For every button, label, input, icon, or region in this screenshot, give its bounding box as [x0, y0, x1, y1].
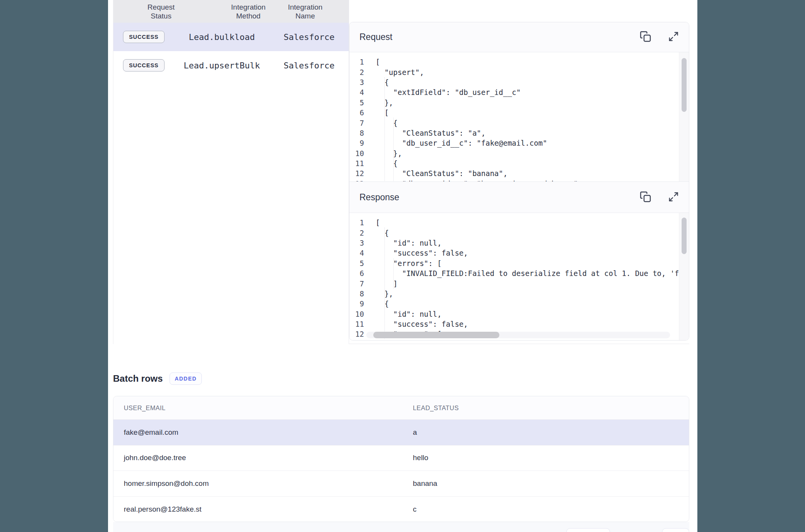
line-text: "INVALID_FIELD:Failed to deserialize fie…: [369, 269, 679, 278]
line-text: "upsert",: [369, 68, 424, 76]
line-number: 11: [349, 159, 369, 168]
code-line: 5 "errors": [: [349, 258, 689, 268]
left-backdrop: [0, 0, 108, 532]
code-line: 4 "success": false,: [349, 248, 689, 258]
horizontal-scrollbar-track: [366, 332, 670, 338]
request-panel-header: Request: [349, 22, 689, 52]
expand-response-button[interactable]: [668, 191, 679, 203]
batch-rows-table: USER_EMAIL LEAD_STATUS fake@email.com a …: [113, 396, 689, 522]
log-table-header: Request Status Integration Method Integr…: [113, 0, 349, 23]
log-table-row[interactable]: SUCCESS Lead.bulkload Salesforce: [113, 23, 349, 51]
line-number: 6: [349, 269, 369, 278]
response-panel-header: Response: [349, 181, 689, 213]
line-number: 2: [349, 229, 369, 237]
line-text: "success": false,: [369, 320, 468, 328]
code-line: 8 "CleanStatus": "a",: [349, 128, 689, 138]
line-text: "errors": [: [369, 259, 442, 268]
lead-status-cell: a: [403, 428, 689, 437]
request-code-viewer[interactable]: 1 [ 2 "upsert", 3 { 4: [349, 52, 689, 181]
horizontal-scrollbar[interactable]: [373, 332, 499, 338]
batch-rows-header: Batch rows ADDED: [113, 370, 202, 387]
code-line: 10 },: [349, 148, 689, 158]
line-number: 4: [349, 88, 369, 96]
request-status-cell: SUCCESS: [113, 31, 174, 43]
batch-table-row[interactable]: fake@email.com a: [113, 420, 689, 446]
lead-status-cell: hello: [403, 454, 689, 462]
copy-request-button[interactable]: [640, 31, 651, 43]
code-line: 8 },: [349, 289, 689, 299]
code-line: 13 "db_user_id__c": "homer.simpson@doh.c…: [349, 179, 689, 181]
pagination-next-button[interactable]: [662, 528, 689, 532]
line-number: 6: [349, 108, 369, 117]
line-number: 5: [349, 259, 369, 268]
log-column-header: Request Status: [113, 0, 209, 23]
line-text: "CleanStatus": "a",: [369, 129, 486, 137]
code-line: 13: [349, 339, 689, 341]
batch-column-header: LEAD_STATUS: [403, 404, 689, 412]
integration-name-cell: Salesforce: [269, 32, 349, 42]
line-text: },: [369, 149, 402, 158]
copy-response-button[interactable]: [640, 191, 651, 204]
code-line: 10 "id": null,: [349, 309, 689, 319]
batch-column-header: USER_EMAIL: [113, 404, 403, 412]
response-code-lines: 1 [ 2 { 3 "id": null, 4: [349, 213, 689, 341]
log-table-body: SUCCESS Lead.bulkload Salesforce SUCCESS…: [113, 23, 349, 80]
integration-method-cell: Lead.bulkload: [174, 32, 269, 42]
line-number: 11: [349, 320, 369, 328]
code-line: 9 {: [349, 299, 689, 309]
expand-request-button[interactable]: [668, 31, 679, 43]
line-text: },: [369, 289, 393, 298]
line-text: {: [369, 78, 389, 86]
log-column-header: Integration Name: [288, 0, 323, 23]
code-line: 6 "INVALID_FIELD:Failed to deserialize f…: [349, 268, 689, 278]
line-text: "extIdField": "db_user_id__c": [369, 88, 521, 96]
integration-name-cell: Salesforce: [269, 61, 349, 70]
response-panel-title: Response: [359, 192, 640, 203]
log-column-header: Integration Method: [209, 0, 288, 23]
code-line: 12 "CleanStatus": "banana",: [349, 168, 689, 178]
code-line: 5 },: [349, 98, 689, 108]
right-backdrop: [697, 0, 805, 532]
batch-table-row[interactable]: homer.simpson@doh.com banana: [113, 471, 689, 497]
user-email-cell: fake@email.com: [113, 428, 403, 437]
line-text: },: [369, 98, 393, 107]
line-number: 10: [349, 149, 369, 158]
line-number: 13: [349, 180, 369, 181]
code-line: 7 ]: [349, 278, 689, 288]
batch-table-row[interactable]: john.doe@doe.tree hello: [113, 446, 689, 471]
batch-table-row[interactable]: real.person@123fake.st c: [113, 497, 689, 522]
line-text: [: [369, 218, 380, 227]
line-text: "db_user_id__c": "homer.simpson@doh.com": [369, 180, 578, 181]
user-email-cell: real.person@123fake.st: [113, 505, 403, 514]
line-text: "success": false,: [369, 249, 468, 257]
line-text: [: [369, 58, 380, 66]
line-number: 3: [349, 78, 369, 86]
line-text: [: [369, 108, 389, 117]
code-line: 2 {: [349, 228, 689, 238]
line-number: 12: [349, 330, 369, 338]
log-table-row[interactable]: SUCCESS Lead.upsertBulk Salesforce: [113, 51, 349, 80]
batch-rows-title: Batch rows: [113, 373, 163, 384]
line-text: {: [369, 299, 389, 308]
user-email-cell: homer.simpson@doh.com: [113, 479, 403, 488]
response-vertical-scrollbar[interactable]: [682, 218, 687, 254]
code-line: 11 {: [349, 158, 689, 168]
request-vertical-scrollbar[interactable]: [682, 58, 687, 112]
batch-table-header: USER_EMAIL LEAD_STATUS: [113, 396, 689, 420]
line-number: 1: [349, 58, 369, 66]
code-line: 4 "extIdField": "db_user_id__c": [349, 87, 689, 97]
copy-icon: [640, 31, 651, 43]
lead-status-cell: c: [403, 505, 689, 514]
code-line: 3 {: [349, 77, 689, 87]
copy-icon: [640, 191, 651, 204]
integration-method-cell: Lead.upsertBulk: [174, 61, 269, 70]
pagination-previous-button[interactable]: [566, 528, 610, 532]
status-badge: SUCCESS: [123, 31, 164, 43]
screenshot-root: Request Status Integration Method Integr…: [0, 0, 805, 532]
response-code-viewer[interactable]: 1 [ 2 { 3 "id": null, 4: [349, 213, 689, 341]
lead-status-cell: banana: [403, 479, 689, 488]
code-line: 9 "db_user_id__c": "fake@email.com": [349, 138, 689, 148]
line-text: "id": null,: [369, 239, 442, 247]
line-text: "CleanStatus": "banana",: [369, 169, 507, 178]
line-text: {: [369, 229, 389, 237]
